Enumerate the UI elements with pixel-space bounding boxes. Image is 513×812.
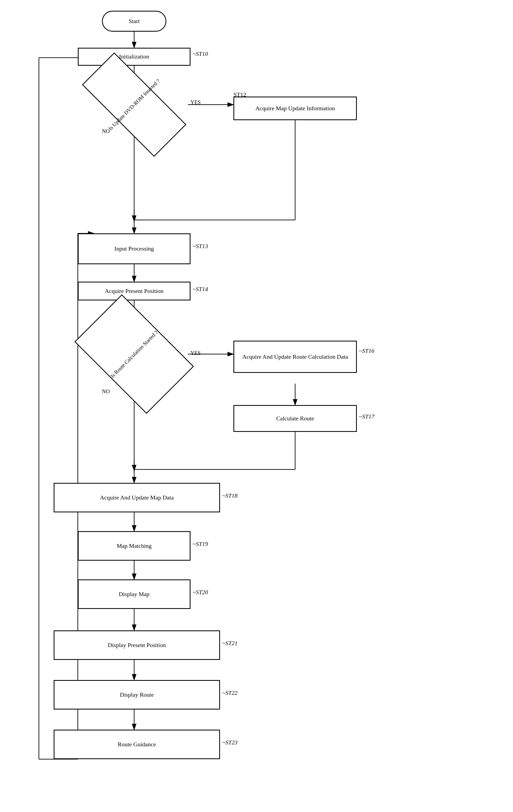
- route-guidance-shape: Route Guidance: [54, 730, 220, 759]
- dvd-diamond-text: Is Update DVD-ROM Inserted ?: [83, 82, 185, 127]
- display-route-shape: Display Route: [54, 680, 220, 709]
- display-present-label: Display Present Position: [108, 641, 166, 649]
- acquire-present-label: Acquire Present Position: [105, 287, 164, 295]
- acquire-map-data-shape: Acquire And Update Map Data: [54, 483, 220, 512]
- dvd-yes-label: YES: [191, 99, 201, 106]
- initialization-shape: Initialization: [78, 48, 191, 66]
- route-yes-label: YES: [191, 350, 201, 356]
- map-matching-step: ~ST19: [193, 541, 208, 548]
- acquire-map-update-label: Acquire Map Update Information: [255, 105, 335, 112]
- dvd-diamond-label: Is Update DVD-ROM Inserted ?: [107, 78, 162, 132]
- acquire-present-shape: Acquire Present Position: [78, 282, 191, 300]
- display-present-step: ~ST21: [222, 640, 237, 647]
- acquire-map-data-step: ~ST18: [222, 492, 237, 499]
- calculate-route-label: Calculate Route: [276, 415, 314, 423]
- acquire-route-calc-shape: Acquire And Update Route Calculation Dat…: [233, 341, 357, 373]
- route-diamond-text: Is Route Calculation Started ?: [83, 321, 185, 388]
- input-processing-label: Input Processing: [114, 245, 154, 253]
- display-present-shape: Display Present Position: [54, 630, 220, 660]
- start-label: Start: [129, 18, 140, 25]
- input-processing-step: ~ST13: [193, 243, 208, 250]
- route-guidance-label: Route Guidance: [118, 741, 156, 748]
- acquire-map-update-shape: Acquire Map Update Information: [233, 96, 357, 120]
- route-guidance-step: ~ST23: [222, 739, 237, 746]
- map-matching-shape: Map Matching: [78, 531, 191, 561]
- calculate-route-shape: Calculate Route: [233, 405, 357, 432]
- route-no-label: NO: [102, 388, 110, 395]
- start-shape: Start: [102, 11, 166, 32]
- acquire-map-data-label: Acquire And Update Map Data: [100, 494, 174, 502]
- initialization-step: ~ST10: [193, 51, 208, 57]
- display-route-label: Display Route: [120, 691, 154, 699]
- map-matching-label: Map Matching: [117, 542, 151, 550]
- acquire-map-update-step: ST12: [233, 91, 246, 98]
- initialization-label: Initialization: [119, 53, 149, 61]
- acquire-present-step: ~ST14: [193, 286, 208, 293]
- dvd-no-label: NO: [102, 128, 110, 135]
- acquire-route-calc-step: ~ST16: [359, 347, 374, 354]
- acquire-route-calc-label: Acquire And Update Route Calculation Dat…: [242, 353, 348, 361]
- flowchart: Start Initialization ~ST10 ST11 Is Updat…: [0, 0, 513, 812]
- input-processing-shape: Input Processing: [78, 233, 191, 264]
- display-map-step: ~ST20: [193, 589, 208, 596]
- calculate-route-step: ~ST17: [359, 413, 374, 420]
- display-map-label: Display Map: [119, 590, 149, 598]
- route-diamond-label: Is Route Calculation Started ?: [109, 329, 160, 379]
- display-route-step: ~ST22: [222, 689, 237, 696]
- display-map-shape: Display Map: [78, 579, 191, 609]
